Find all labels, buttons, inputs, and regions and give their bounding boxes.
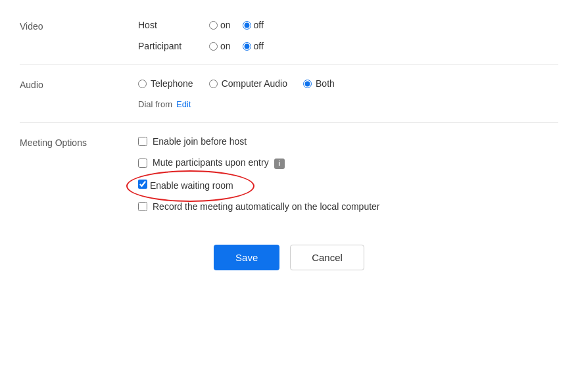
join-before-host-label[interactable]: Enable join before host <box>153 136 247 147</box>
both-audio-radio[interactable] <box>303 80 312 88</box>
participant-label: Participant <box>138 41 204 51</box>
participant-radio-group: Participant on off <box>138 41 558 51</box>
host-label: Host <box>138 20 204 30</box>
mute-participants-label[interactable]: Mute participants upon entry i <box>153 157 285 169</box>
record-auto-option[interactable]: Record the meeting automatically on the … <box>138 201 558 212</box>
audio-label: Audio <box>20 78 138 90</box>
both-audio-option[interactable]: Both <box>303 78 335 89</box>
buttons-row: Save Cancel <box>20 225 558 290</box>
host-on-radio[interactable] <box>209 21 218 30</box>
join-before-host-checkbox[interactable] <box>138 137 147 146</box>
telephone-label[interactable]: Telephone <box>151 78 193 89</box>
meeting-options-section: Meeting Options Enable join before host … <box>20 123 558 225</box>
host-off-radio[interactable] <box>243 21 251 30</box>
host-off-label[interactable]: off <box>254 20 264 30</box>
edit-link[interactable]: Edit <box>176 99 191 109</box>
join-before-host-option[interactable]: Enable join before host <box>138 136 558 147</box>
checkbox-group: Enable join before host Mute participant… <box>138 136 558 212</box>
mute-info-icon[interactable]: i <box>274 159 285 169</box>
settings-container: Video Host on off Participant on <box>0 0 578 297</box>
video-label: Video <box>20 20 138 32</box>
waiting-room-wrapper: Enable waiting room <box>138 180 233 191</box>
participant-on-option[interactable]: on <box>209 41 231 51</box>
audio-section: Audio Telephone Computer Audio Both Dial… <box>20 65 558 123</box>
meeting-options-content: Enable join before host Mute participant… <box>138 136 558 212</box>
mute-participants-option[interactable]: Mute participants upon entry i <box>138 157 558 169</box>
mute-participants-checkbox[interactable] <box>138 159 147 168</box>
record-auto-checkbox[interactable] <box>138 202 147 211</box>
computer-audio-label[interactable]: Computer Audio <box>222 78 287 89</box>
participant-on-radio[interactable] <box>209 42 218 51</box>
waiting-room-checkbox[interactable] <box>138 180 147 189</box>
participant-off-radio[interactable] <box>243 42 251 51</box>
host-on-option[interactable]: on <box>209 20 231 30</box>
both-audio-label[interactable]: Both <box>316 78 335 89</box>
save-button[interactable]: Save <box>214 245 279 270</box>
video-content: Host on off Participant on <box>138 20 558 51</box>
audio-content: Telephone Computer Audio Both Dial from … <box>138 78 558 109</box>
waiting-room-label[interactable]: Enable waiting room <box>150 180 233 191</box>
computer-audio-radio[interactable] <box>209 80 218 88</box>
host-off-option[interactable]: off <box>243 20 264 30</box>
record-auto-label[interactable]: Record the meeting automatically on the … <box>153 201 380 212</box>
dial-from-row: Dial from Edit <box>138 99 558 109</box>
participant-off-label[interactable]: off <box>254 41 264 51</box>
dial-from-label: Dial from <box>138 99 172 109</box>
host-on-label[interactable]: on <box>220 20 231 30</box>
waiting-room-option[interactable]: Enable waiting room <box>138 180 558 191</box>
cancel-button[interactable]: Cancel <box>290 245 364 270</box>
telephone-radio[interactable] <box>138 80 147 88</box>
participant-on-label[interactable]: on <box>220 41 231 51</box>
audio-type-options: Telephone Computer Audio Both <box>138 78 558 89</box>
computer-audio-option[interactable]: Computer Audio <box>209 78 287 89</box>
meeting-options-label: Meeting Options <box>20 136 138 148</box>
host-radio-group: Host on off <box>138 20 558 30</box>
telephone-option[interactable]: Telephone <box>138 78 193 89</box>
video-section: Video Host on off Participant on <box>20 7 558 65</box>
participant-off-option[interactable]: off <box>243 41 264 51</box>
